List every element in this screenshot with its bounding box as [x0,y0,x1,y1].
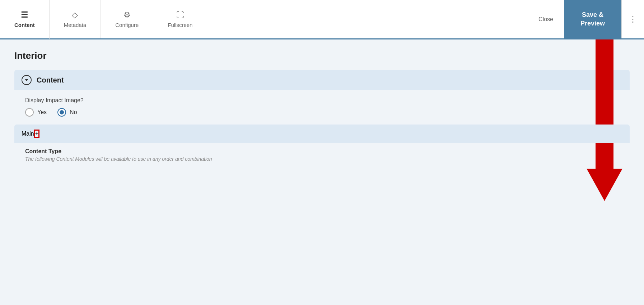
add-content-button[interactable]: + [34,130,39,138]
content-accordion-header[interactable]: Content [14,70,630,90]
content-accordion-body: Display Impact Image? Yes No [14,90,630,120]
content-accordion-title: Content [37,76,64,84]
content-accordion: Content Display Impact Image? Yes No [14,70,630,120]
radio-option-yes[interactable]: Yes [25,108,47,117]
radio-group-impact: Yes No [25,108,619,117]
main-content: Interior Content Display Impact Image? Y… [0,39,644,305]
tab-fullscreen[interactable]: ⛶ Fullscreen [153,0,207,38]
content-type-label: Content Type [25,148,619,155]
radio-yes-label: Yes [37,109,47,116]
tab-content[interactable]: ☰ Content [0,0,50,39]
nav-spacer [207,0,528,38]
tab-configure[interactable]: ⚙ Configure [101,0,153,38]
save-preview-label: Save &Preview [580,11,605,28]
top-nav: ☰ Content ◇ Metadata ⚙ Configure ⛶ Fulls… [0,0,644,39]
add-icon: + [35,131,38,137]
fullscreen-icon: ⛶ [176,10,184,20]
main-accordion: Main + Content Type The following Conten… [14,125,630,167]
content-type-body: Content Type The following Content Modul… [14,143,630,167]
svg-marker-1 [587,169,622,201]
radio-option-no[interactable]: No [57,108,77,117]
radio-no-label: No [70,109,77,116]
more-options-button[interactable]: ⋮ [621,0,644,38]
content-type-description: The following Content Modules will be av… [25,156,619,162]
radio-circle-yes [25,108,34,117]
tab-fullscreen-label: Fullscreen [168,22,192,28]
more-icon: ⋮ [629,15,637,24]
tab-metadata-label: Metadata [64,22,87,28]
annotation-arrow [585,39,624,206]
tab-content-label: Content [14,22,35,28]
tab-metadata[interactable]: ◇ Metadata [50,0,101,38]
tab-configure-label: Configure [115,22,139,28]
main-accordion-title: Main [22,131,34,137]
section-title: Interior [14,50,630,61]
main-accordion-header[interactable]: Main + [14,125,630,143]
content-chevron-icon [22,75,32,85]
display-impact-label: Display Impact Image? [25,97,619,104]
configure-icon: ⚙ [123,10,131,20]
content-icon: ☰ [21,10,28,20]
metadata-icon: ◇ [72,10,78,20]
save-preview-button[interactable]: Save &Preview [564,0,621,38]
close-button[interactable]: Close [528,0,564,38]
close-label: Close [538,16,553,23]
radio-circle-no [57,108,66,117]
